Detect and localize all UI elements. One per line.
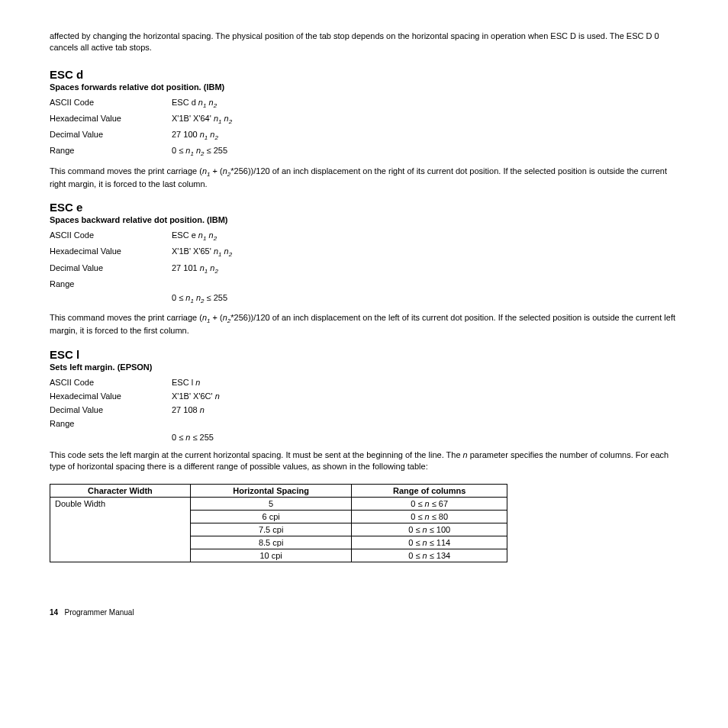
kv-row: Hexadecimal ValueX'1B' X'6C' n bbox=[50, 391, 678, 401]
cell-range: 0 ≤ n ≤ 134 bbox=[352, 549, 507, 562]
section-title: ESC l bbox=[50, 348, 678, 361]
kv-row: ASCII CodeESC e n1 n2 bbox=[50, 230, 678, 242]
kv-value: 27 100 n1 n2 bbox=[172, 130, 678, 141]
section-title: ESC e bbox=[50, 201, 678, 214]
cell-character-width: Double Width bbox=[50, 497, 191, 562]
kv-key: Hexadecimal Value bbox=[50, 246, 172, 258]
kv-key: Hexadecimal Value bbox=[50, 391, 172, 401]
kv-key: Range bbox=[50, 279, 172, 288]
kv-row: Decimal Value27 101 n1 n2 bbox=[50, 263, 678, 275]
intro-paragraph: affected by changing the horizontal spac… bbox=[50, 31, 678, 54]
kv-row: Range0 ≤ n1 n2 ≤ 255 bbox=[50, 146, 678, 157]
kv-key bbox=[50, 433, 172, 442]
kv-value: X'1B' X'65' n1 n2 bbox=[172, 246, 678, 258]
kv-row: ASCII CodeESC l n bbox=[50, 378, 678, 387]
kv-key: ASCII Code bbox=[50, 378, 172, 387]
kv-value: X'1B' X'6C' n bbox=[172, 391, 678, 401]
th-character-width: Character Width bbox=[50, 484, 191, 497]
kv-value: X'1B' X'64' n1 n2 bbox=[172, 114, 678, 125]
kv-key: ASCII Code bbox=[50, 230, 172, 242]
cell-horizontal-spacing: 6 cpi bbox=[190, 510, 352, 523]
section-subtitle: Spaces forwards relative dot position. (… bbox=[50, 82, 678, 92]
kv-value bbox=[172, 279, 678, 288]
page-footer: 14 Programmer Manual bbox=[50, 608, 678, 617]
section-title: ESC d bbox=[50, 68, 678, 81]
cell-horizontal-spacing: 5 bbox=[190, 497, 352, 510]
kv-value: ESC e n1 n2 bbox=[172, 230, 678, 242]
section-description: This code sets the left margin at the cu… bbox=[50, 449, 678, 473]
kv-value: 27 101 n1 n2 bbox=[172, 263, 678, 275]
kv-value bbox=[172, 419, 678, 428]
kv-row: Decimal Value27 100 n1 n2 bbox=[50, 130, 678, 141]
kv-value: 0 ≤ n ≤ 255 bbox=[172, 433, 678, 442]
cell-horizontal-spacing: 7.5 cpi bbox=[190, 523, 352, 536]
th-horizontal-spacing: Horizontal Spacing bbox=[190, 484, 352, 497]
cell-range: 0 ≤ n ≤ 100 bbox=[352, 523, 507, 536]
kv-row: 0 ≤ n1 n2 ≤ 255 bbox=[50, 293, 678, 304]
kv-key: Decimal Value bbox=[50, 405, 172, 414]
kv-key: Decimal Value bbox=[50, 130, 172, 141]
kv-key bbox=[50, 293, 172, 304]
kv-value: 0 ≤ n1 n2 ≤ 255 bbox=[172, 146, 678, 157]
section-description: This command moves the print carriage (n… bbox=[50, 166, 678, 191]
cell-horizontal-spacing: 8.5 cpi bbox=[190, 536, 352, 549]
kv-key: Decimal Value bbox=[50, 263, 172, 275]
kv-row: Range bbox=[50, 419, 678, 428]
kv-value: 0 ≤ n1 n2 ≤ 255 bbox=[172, 293, 678, 304]
th-range-of-columns: Range of columns bbox=[352, 484, 507, 497]
kv-value: ESC l n bbox=[172, 378, 678, 387]
table-row: Double Width50 ≤ n ≤ 67 bbox=[50, 497, 507, 510]
kv-row: Hexadecimal ValueX'1B' X'65' n1 n2 bbox=[50, 246, 678, 258]
kv-key: Range bbox=[50, 146, 172, 157]
kv-key: Hexadecimal Value bbox=[50, 114, 172, 125]
cell-range: 0 ≤ n ≤ 67 bbox=[352, 497, 507, 510]
kv-value: ESC d n1 n2 bbox=[172, 98, 678, 109]
kv-key: ASCII Code bbox=[50, 98, 172, 109]
footer-label: Programmer Manual bbox=[64, 608, 134, 617]
kv-row: 0 ≤ n ≤ 255 bbox=[50, 433, 678, 442]
columns-table: Character Width Horizontal Spacing Range… bbox=[50, 484, 507, 562]
kv-row: Decimal Value27 108 n bbox=[50, 405, 678, 414]
kv-row: Range bbox=[50, 279, 678, 288]
kv-key: Range bbox=[50, 419, 172, 428]
section-subtitle: Spaces backward relative dot position. (… bbox=[50, 215, 678, 224]
cell-range: 0 ≤ n ≤ 80 bbox=[352, 510, 507, 523]
kv-row: ASCII CodeESC d n1 n2 bbox=[50, 98, 678, 109]
cell-range: 0 ≤ n ≤ 114 bbox=[352, 536, 507, 549]
section-subtitle: Sets left margin. (EPSON) bbox=[50, 362, 678, 372]
kv-row: Hexadecimal ValueX'1B' X'64' n1 n2 bbox=[50, 114, 678, 125]
page-number: 14 bbox=[50, 608, 58, 617]
cell-horizontal-spacing: 10 cpi bbox=[190, 549, 352, 562]
kv-value: 27 108 n bbox=[172, 405, 678, 414]
section-description: This command moves the print carriage (n… bbox=[50, 312, 678, 337]
